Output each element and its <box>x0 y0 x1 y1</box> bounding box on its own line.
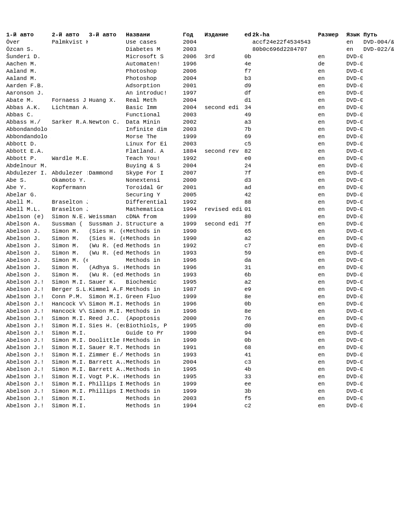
table-cell: en <box>317 53 345 60</box>
table-row: Aaland M.Photoshop2006f74e36c8dc19963801… <box>5 68 394 75</box>
table-cell: Hancock V\ <box>51 308 88 315</box>
table-cell <box>88 60 125 68</box>
table-cell <box>204 351 244 358</box>
table-cell <box>251 286 317 293</box>
table-cell <box>251 337 317 344</box>
table-cell <box>251 235 317 242</box>
table-row: Abate M.Fornaess JHuang X.Real Meth2004d… <box>5 97 394 104</box>
table-cell: revised edi <box>204 206 244 213</box>
table-cell <box>204 140 244 148</box>
table-cell <box>204 89 244 97</box>
table-cell: Simon M. <box>51 264 88 271</box>
table-cell: Abelson J.! <box>5 358 51 366</box>
table-cell: Barrett A.J. <box>88 358 125 366</box>
table-cell <box>204 169 244 177</box>
table-row: Abelson J.!Simon M.I.Zimmer E./Methods i… <box>5 351 394 358</box>
table-cell: Abelson J. <box>5 271 51 278</box>
table-row: Abbas A.K.Lichtman A.H.Basic Imm2004seco… <box>5 104 394 111</box>
table-cell <box>204 300 244 308</box>
table-cell: Methods in <box>125 235 182 242</box>
table-cell: DVD-021/A <box>345 68 363 75</box>
table-cell: Conn P.M. <box>51 293 88 300</box>
table-cell <box>251 358 317 366</box>
table-cell: Kimmel A.F. <box>88 286 125 293</box>
table-cell <box>251 198 317 206</box>
table-cell: en <box>317 286 345 293</box>
table-cell: Abbas A.K. <box>5 104 51 111</box>
table-cell <box>204 344 244 351</box>
table-cell: DVD-005/A <box>345 177 363 184</box>
table-row: Abe S.Okamoto Y.Nonextensi2000d316d8a131… <box>5 177 394 184</box>
table-cell <box>204 75 244 82</box>
table-cell: Reed J.C. <box>88 315 125 322</box>
table-cell: Teach You! <box>125 155 182 162</box>
table-cell: d1b716e561729896 <box>243 97 251 104</box>
table-cell <box>251 133 317 140</box>
table-cell: Abelson J.! <box>5 337 51 344</box>
table-cell: en <box>317 140 345 148</box>
table-cell: Biothiols, P <box>125 322 182 329</box>
table-cell <box>251 162 317 169</box>
table-cell: Abelson J. <box>5 264 51 271</box>
table-cell: en <box>317 329 345 337</box>
table-cell <box>88 198 125 206</box>
table-cell: 1884 <box>182 148 204 155</box>
table-cell: Doolittle R. <box>88 337 125 344</box>
table-cell: 1999 <box>182 220 204 228</box>
table-cell <box>88 68 125 75</box>
table-row: Abelson (e)Simon N.E.WeissmancDNA from19… <box>5 213 394 220</box>
table-cell: Phillips I.M. <box>88 380 125 388</box>
table-cell <box>88 148 125 155</box>
table-cell: 94df928d8:14826101 <box>243 329 251 337</box>
table-cell: en <box>317 162 345 169</box>
table-cell: Abelson J.! <box>5 395 51 402</box>
table-cell: Abelson J.! <box>5 366 51 373</box>
table-cell: DVD-034/A <box>345 329 363 337</box>
table-cell: Buying & S <box>125 162 182 169</box>
table-cell: 8e30417b524693958 <box>243 293 251 300</box>
table-cell: Green Fluo <box>125 293 182 300</box>
table-cell: Simon M. <box>51 235 88 242</box>
table-cell: Abdelnour M. <box>5 162 51 169</box>
table-cell <box>251 344 317 351</box>
table-cell: Huang X. <box>88 97 125 104</box>
table-cell: 68760d14912461926 <box>243 344 251 351</box>
table-cell: DVD-021/& <box>345 53 363 60</box>
table-cell <box>51 140 88 148</box>
table-cell: Vogt P.K. ( <box>88 373 125 380</box>
table-row: Abdulezer I.Abdulezer :DammondSkype For … <box>5 169 394 177</box>
table-cell: Photoshop <box>125 75 182 82</box>
table-cell: Aaronson J. <box>5 89 51 97</box>
table-cell: DVD-005/A <box>345 97 363 104</box>
table-cell <box>88 82 125 89</box>
header-path: Путь <box>363 31 394 38</box>
table-cell: Linux for Ei <box>125 140 182 148</box>
table-cell <box>204 111 244 118</box>
table-cell: Abelson J. <box>5 257 51 264</box>
table-cell <box>251 373 317 380</box>
table-cell: DVD-033/A <box>345 140 363 148</box>
table-cell: DVD-014/A <box>345 133 363 140</box>
table-cell: Simon M.I. <box>51 351 88 358</box>
table-cell <box>88 206 125 213</box>
table-cell <box>88 155 125 162</box>
table-cell: Abelson J. <box>5 249 51 257</box>
table-cell: Methods in <box>125 373 182 380</box>
table-cell <box>251 388 317 395</box>
table-cell <box>317 38 345 46</box>
table-cell <box>204 184 244 191</box>
table-cell <box>251 300 317 308</box>
table-cell <box>204 373 244 380</box>
table-cell <box>204 155 244 162</box>
table-cell <box>251 395 317 402</box>
table-cell <box>204 191 244 198</box>
table-cell: c52717c241350729 <box>243 140 251 148</box>
table-cell: Newton C. <box>88 118 125 126</box>
table-cell: Weissman <box>88 213 125 220</box>
table-cell: 1995 <box>182 373 204 380</box>
table-cell: 6581833f9d11854565 <box>243 228 251 235</box>
table-cell: 2001 <box>182 82 204 89</box>
table-cell: 2004 <box>182 162 204 169</box>
table-cell: 1991 <box>182 344 204 351</box>
table-cell <box>51 111 88 118</box>
